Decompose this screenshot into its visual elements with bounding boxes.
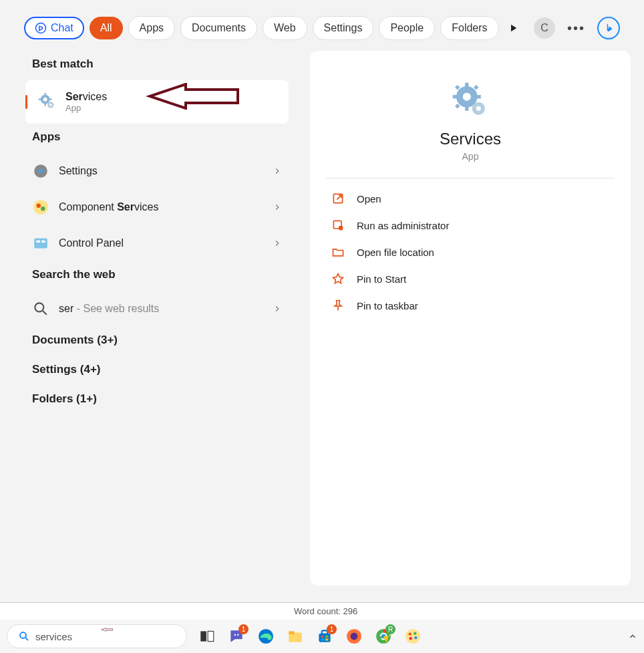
svg-rect-36 [234, 634, 236, 636]
action-run-admin[interactable]: Run as administrator [326, 212, 615, 239]
svg-rect-16 [41, 241, 45, 243]
bing-chat-button[interactable] [597, 17, 620, 39]
firefox-icon[interactable] [345, 627, 363, 646]
svg-rect-21 [465, 106, 468, 111]
bing-logo-icon [603, 22, 615, 34]
tab-apps[interactable]: Apps [128, 16, 175, 40]
taskview-icon[interactable] [198, 627, 216, 646]
svg-point-53 [409, 633, 412, 636]
svg-point-54 [414, 632, 416, 635]
store-icon[interactable]: 1 [315, 627, 334, 646]
paint-icon[interactable] [404, 627, 422, 646]
bing-icon [35, 22, 47, 34]
tray-chevron-icon[interactable] [628, 632, 637, 641]
svg-rect-6 [49, 98, 52, 100]
tab-folders[interactable]: Folders [440, 16, 498, 40]
svg-rect-27 [474, 85, 478, 90]
chat-icon[interactable]: 1 [227, 627, 246, 646]
svg-rect-20 [465, 83, 468, 88]
svg-rect-45 [321, 638, 324, 640]
app-item-label: Settings [59, 165, 263, 177]
svg-point-12 [37, 204, 41, 209]
svg-point-55 [414, 636, 417, 639]
svg-point-10 [39, 169, 43, 174]
section-best-match: Best match [13, 51, 301, 80]
folder-icon [331, 245, 345, 259]
svg-rect-4 [45, 104, 46, 106]
section-folders[interactable]: Folders (1+) [13, 386, 301, 415]
svg-point-56 [410, 637, 412, 640]
svg-point-13 [41, 207, 45, 211]
tab-chat[interactable]: Chat [24, 17, 84, 39]
word-count: Word count: 296 [294, 606, 357, 616]
svg-rect-24 [455, 85, 460, 90]
open-icon [331, 192, 345, 205]
services-icon [37, 92, 56, 113]
chevron-right-icon [273, 166, 282, 176]
section-search-web: Search the web [13, 261, 301, 291]
svg-rect-15 [37, 241, 40, 243]
web-search-item[interactable]: ser - See web results [13, 291, 301, 327]
chevron-right-icon [273, 203, 282, 212]
more-tabs-icon[interactable] [507, 22, 519, 34]
app-item-settings[interactable]: Settings [13, 153, 301, 189]
chrome-icon[interactable]: R [374, 627, 393, 646]
control-panel-icon [32, 235, 49, 252]
tab-people[interactable]: People [379, 16, 435, 40]
section-documents[interactable]: Documents (3+) [13, 327, 301, 356]
svg-point-11 [33, 200, 48, 215]
svg-rect-46 [325, 638, 328, 640]
preview-panel: Services App Open Run as administrator O… [310, 51, 631, 585]
tab-settings[interactable]: Settings [313, 16, 374, 40]
ellipsis-menu[interactable]: ••• [567, 21, 585, 36]
settings-icon [32, 162, 49, 180]
action-label: Pin to taskbar [357, 300, 418, 311]
svg-rect-37 [237, 634, 238, 636]
background-statusbar: Word count: 296 [0, 602, 644, 620]
results-left-column: Best match Services App Apps Settings Co… [13, 51, 301, 585]
svg-point-33 [20, 632, 26, 638]
preview-subtitle: App [326, 151, 615, 162]
pin-icon [331, 272, 345, 285]
component-services-icon [32, 199, 49, 216]
svg-rect-44 [325, 636, 328, 638]
svg-rect-14 [34, 238, 47, 248]
badge: R [385, 624, 395, 634]
pin-icon [331, 299, 345, 312]
preview-app-icon [326, 68, 615, 124]
search-results-main: Best match Services App Apps Settings Co… [0, 51, 644, 585]
edge-icon[interactable] [257, 627, 275, 646]
user-avatar[interactable]: C [534, 17, 555, 39]
preview-title: Services [326, 130, 615, 148]
tab-web[interactable]: Web [263, 16, 307, 40]
tab-all[interactable]: All [90, 17, 123, 39]
svg-rect-26 [455, 104, 460, 108]
chevron-right-icon [273, 304, 282, 313]
taskbar-search[interactable] [7, 624, 187, 648]
explorer-icon[interactable] [286, 627, 305, 646]
action-label: Open [357, 193, 381, 205]
svg-rect-22 [453, 95, 458, 98]
action-label: Run as administrator [357, 220, 449, 231]
action-open[interactable]: Open [326, 185, 615, 212]
action-pin-start[interactable]: Pin to Start [326, 265, 615, 292]
svg-point-52 [406, 629, 420, 644]
svg-point-2 [43, 97, 47, 101]
best-match-services[interactable]: Services App [25, 80, 289, 124]
app-item-component-services[interactable]: Component Services [13, 189, 301, 225]
best-match-subtitle: App [65, 103, 107, 113]
action-label: Pin to Start [357, 273, 406, 285]
section-settings[interactable]: Settings (4+) [13, 356, 301, 386]
badge: 1 [327, 624, 337, 634]
divider [326, 178, 615, 178]
section-apps: Apps [13, 124, 301, 153]
svg-point-17 [35, 303, 43, 311]
tab-documents[interactable]: Documents [180, 16, 257, 40]
app-item-control-panel[interactable]: Control Panel [13, 225, 301, 261]
action-pin-taskbar[interactable]: Pin to taskbar [326, 292, 615, 319]
svg-point-8 [49, 104, 52, 106]
action-open-location[interactable]: Open file location [326, 239, 615, 265]
app-item-label: Component Services [59, 201, 263, 213]
svg-rect-35 [208, 631, 214, 641]
action-label: Open file location [357, 247, 434, 258]
